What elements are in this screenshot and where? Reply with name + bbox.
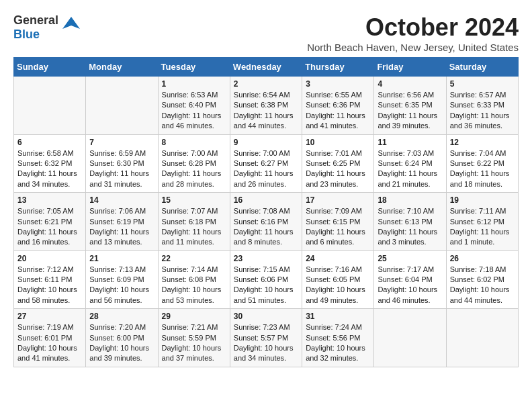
day-number: 7 <box>89 138 154 147</box>
header: General Blue October 2024 North Beach Ha… <box>13 13 519 53</box>
calendar-cell: 8Sunrise: 7:00 AM Sunset: 6:28 PM Daylig… <box>158 134 230 193</box>
cell-content: Sunrise: 7:11 AM Sunset: 6:12 PM Dayligh… <box>450 206 515 248</box>
calendar-cell: 7Sunrise: 6:59 AM Sunset: 6:30 PM Daylig… <box>86 134 158 193</box>
cell-content: Sunrise: 7:05 AM Sunset: 6:21 PM Dayligh… <box>17 206 82 248</box>
day-number: 17 <box>306 195 370 205</box>
month-title: October 2024 <box>307 13 519 42</box>
calendar-week-row: 27Sunrise: 7:19 AM Sunset: 6:01 PM Dayli… <box>14 309 519 367</box>
weekday-header-thursday: Thursday <box>302 58 374 77</box>
calendar-cell: 26Sunrise: 7:18 AM Sunset: 6:02 PM Dayli… <box>446 250 518 309</box>
calendar-cell: 27Sunrise: 7:19 AM Sunset: 6:01 PM Dayli… <box>14 309 86 367</box>
day-number: 10 <box>306 138 370 147</box>
day-number: 12 <box>450 138 515 147</box>
calendar-cell: 16Sunrise: 7:08 AM Sunset: 6:16 PM Dayli… <box>230 193 302 251</box>
calendar-cell: 24Sunrise: 7:16 AM Sunset: 6:05 PM Dayli… <box>302 250 374 309</box>
cell-content: Sunrise: 7:15 AM Sunset: 6:06 PM Dayligh… <box>234 265 298 306</box>
svg-marker-0 <box>62 17 80 29</box>
day-number: 14 <box>89 195 154 205</box>
day-number: 26 <box>450 254 515 263</box>
calendar-cell: 29Sunrise: 7:21 AM Sunset: 5:59 PM Dayli… <box>158 309 230 367</box>
day-number: 16 <box>234 195 298 205</box>
calendar-cell: 5Sunrise: 6:57 AM Sunset: 6:33 PM Daylig… <box>446 77 518 135</box>
calendar-cell: 4Sunrise: 6:56 AM Sunset: 6:35 PM Daylig… <box>374 77 446 135</box>
calendar-cell: 31Sunrise: 7:24 AM Sunset: 5:56 PM Dayli… <box>302 309 374 367</box>
cell-content: Sunrise: 7:16 AM Sunset: 6:05 PM Dayligh… <box>306 265 370 306</box>
cell-content: Sunrise: 6:57 AM Sunset: 6:33 PM Dayligh… <box>450 90 515 132</box>
cell-content: Sunrise: 7:17 AM Sunset: 6:04 PM Dayligh… <box>378 265 442 306</box>
weekday-header-friday: Friday <box>374 58 446 77</box>
calendar-cell: 10Sunrise: 7:01 AM Sunset: 6:25 PM Dayli… <box>302 134 374 193</box>
cell-content: Sunrise: 7:24 AM Sunset: 5:56 PM Dayligh… <box>306 322 370 364</box>
calendar-table: SundayMondayTuesdayWednesdayThursdayFrid… <box>13 57 519 367</box>
calendar-cell: 9Sunrise: 7:00 AM Sunset: 6:27 PM Daylig… <box>230 134 302 193</box>
cell-content: Sunrise: 7:21 AM Sunset: 5:59 PM Dayligh… <box>162 322 226 364</box>
calendar-cell: 23Sunrise: 7:15 AM Sunset: 6:06 PM Dayli… <box>230 250 302 309</box>
day-number: 3 <box>306 79 370 89</box>
calendar-cell <box>446 309 518 367</box>
cell-content: Sunrise: 7:00 AM Sunset: 6:28 PM Dayligh… <box>162 148 226 190</box>
calendar-cell: 28Sunrise: 7:20 AM Sunset: 6:00 PM Dayli… <box>86 309 158 367</box>
weekday-header-monday: Monday <box>86 58 158 77</box>
cell-content: Sunrise: 6:58 AM Sunset: 6:32 PM Dayligh… <box>17 148 82 190</box>
cell-content: Sunrise: 7:06 AM Sunset: 6:19 PM Dayligh… <box>89 206 154 248</box>
cell-content: Sunrise: 7:14 AM Sunset: 6:08 PM Dayligh… <box>162 265 226 306</box>
cell-content: Sunrise: 6:56 AM Sunset: 6:35 PM Dayligh… <box>378 90 442 132</box>
weekday-header-row: SundayMondayTuesdayWednesdayThursdayFrid… <box>14 58 519 77</box>
weekday-header-sunday: Sunday <box>14 58 86 77</box>
day-number: 24 <box>306 254 370 263</box>
logo: General Blue <box>13 13 81 42</box>
day-number: 6 <box>17 138 82 147</box>
day-number: 31 <box>306 312 370 321</box>
cell-content: Sunrise: 7:19 AM Sunset: 6:01 PM Dayligh… <box>17 322 82 364</box>
calendar-week-row: 13Sunrise: 7:05 AM Sunset: 6:21 PM Dayli… <box>14 193 519 251</box>
day-number: 15 <box>162 195 226 205</box>
logo-general-text: General <box>13 13 58 27</box>
calendar-cell: 21Sunrise: 7:13 AM Sunset: 6:09 PM Dayli… <box>86 250 158 309</box>
calendar-cell: 18Sunrise: 7:10 AM Sunset: 6:13 PM Dayli… <box>374 193 446 251</box>
cell-content: Sunrise: 7:20 AM Sunset: 6:00 PM Dayligh… <box>89 322 154 364</box>
calendar-cell: 15Sunrise: 7:07 AM Sunset: 6:18 PM Dayli… <box>158 193 230 251</box>
cell-content: Sunrise: 7:04 AM Sunset: 6:22 PM Dayligh… <box>450 148 515 190</box>
cell-content: Sunrise: 7:23 AM Sunset: 5:57 PM Dayligh… <box>234 322 298 364</box>
cell-content: Sunrise: 6:55 AM Sunset: 6:36 PM Dayligh… <box>306 90 370 132</box>
calendar-week-row: 20Sunrise: 7:12 AM Sunset: 6:11 PM Dayli… <box>14 250 519 309</box>
day-number: 25 <box>378 254 442 263</box>
calendar-cell: 11Sunrise: 7:03 AM Sunset: 6:24 PM Dayli… <box>374 134 446 193</box>
calendar-cell: 14Sunrise: 7:06 AM Sunset: 6:19 PM Dayli… <box>86 193 158 251</box>
calendar-cell: 20Sunrise: 7:12 AM Sunset: 6:11 PM Dayli… <box>14 250 86 309</box>
logo-bird-icon <box>61 15 81 40</box>
calendar-cell <box>14 77 86 135</box>
day-number: 21 <box>89 254 154 263</box>
day-number: 19 <box>450 195 515 205</box>
cell-content: Sunrise: 7:12 AM Sunset: 6:11 PM Dayligh… <box>17 265 82 306</box>
weekday-header-wednesday: Wednesday <box>230 58 302 77</box>
calendar-cell: 22Sunrise: 7:14 AM Sunset: 6:08 PM Dayli… <box>158 250 230 309</box>
day-number: 18 <box>378 195 442 205</box>
day-number: 1 <box>162 79 226 89</box>
cell-content: Sunrise: 7:13 AM Sunset: 6:09 PM Dayligh… <box>89 265 154 306</box>
cell-content: Sunrise: 7:09 AM Sunset: 6:15 PM Dayligh… <box>306 206 370 248</box>
location-title: North Beach Haven, New Jersey, United St… <box>307 42 519 53</box>
day-number: 11 <box>378 138 442 147</box>
weekday-header-tuesday: Tuesday <box>158 58 230 77</box>
cell-content: Sunrise: 6:53 AM Sunset: 6:40 PM Dayligh… <box>162 90 226 132</box>
cell-content: Sunrise: 6:54 AM Sunset: 6:38 PM Dayligh… <box>234 90 298 132</box>
day-number: 20 <box>17 254 82 263</box>
calendar-cell: 19Sunrise: 7:11 AM Sunset: 6:12 PM Dayli… <box>446 193 518 251</box>
calendar-cell: 25Sunrise: 7:17 AM Sunset: 6:04 PM Dayli… <box>374 250 446 309</box>
day-number: 23 <box>234 254 298 263</box>
day-number: 29 <box>162 312 226 321</box>
day-number: 22 <box>162 254 226 263</box>
logo-blue-text: Blue <box>13 28 40 41</box>
calendar-week-row: 1Sunrise: 6:53 AM Sunset: 6:40 PM Daylig… <box>14 77 519 135</box>
day-number: 8 <box>162 138 226 147</box>
calendar-cell: 2Sunrise: 6:54 AM Sunset: 6:38 PM Daylig… <box>230 77 302 135</box>
calendar-cell: 30Sunrise: 7:23 AM Sunset: 5:57 PM Dayli… <box>230 309 302 367</box>
calendar-cell <box>86 77 158 135</box>
cell-content: Sunrise: 7:00 AM Sunset: 6:27 PM Dayligh… <box>234 148 298 190</box>
calendar-cell: 6Sunrise: 6:58 AM Sunset: 6:32 PM Daylig… <box>14 134 86 193</box>
calendar-cell: 13Sunrise: 7:05 AM Sunset: 6:21 PM Dayli… <box>14 193 86 251</box>
calendar-cell: 17Sunrise: 7:09 AM Sunset: 6:15 PM Dayli… <box>302 193 374 251</box>
cell-content: Sunrise: 7:01 AM Sunset: 6:25 PM Dayligh… <box>306 148 370 190</box>
day-number: 5 <box>450 79 515 89</box>
